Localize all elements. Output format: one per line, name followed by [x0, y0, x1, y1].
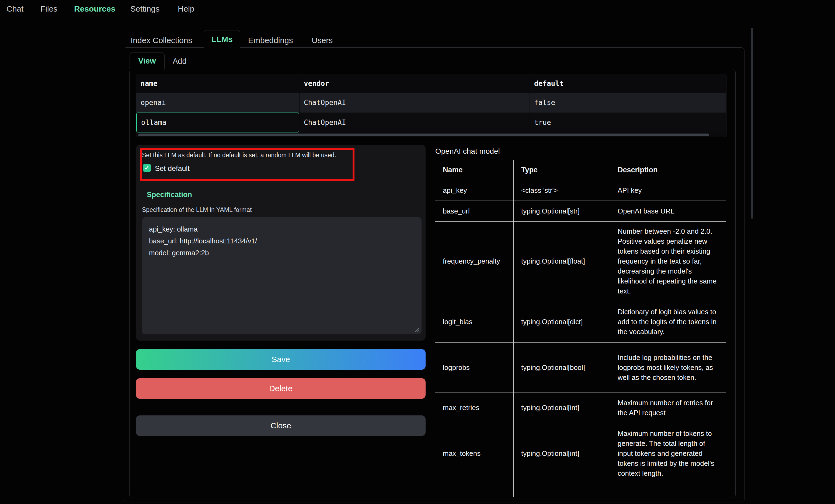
model-row-frequency-penalty: frequency_penalty typing.Optional[float]…	[435, 222, 726, 301]
param-description: OpenAI base URL	[610, 201, 726, 221]
delete-button[interactable]: Delete	[136, 378, 426, 399]
tab-embeddings[interactable]: Embeddings	[248, 36, 293, 45]
tab-index-collections[interactable]: Index Collections	[130, 36, 192, 45]
llm-table-header-row: name vendor default	[136, 74, 726, 92]
model-parameters-table: Name Type Description api_key <class 'st…	[435, 160, 726, 497]
llm-cell-default: false	[530, 92, 726, 112]
param-description: Number between -2.0 and 2.0. Positive va…	[610, 222, 726, 301]
param-type: typing.Optional[int]	[513, 423, 610, 484]
param-description: Maximum number of retries for the API re…	[610, 393, 726, 423]
param-type: <class 'str'>	[513, 180, 610, 201]
tab-llms-active[interactable]: LLMs	[204, 30, 240, 48]
param-name: max_retries	[435, 393, 513, 423]
llm-row-ollama-selected[interactable]: ollama ChatOpenAI true	[136, 112, 726, 132]
set-default-note: Set this LLM as default. If no default i…	[142, 152, 336, 159]
param-name: base_url	[435, 201, 513, 221]
param-name: logit_bias	[435, 301, 513, 342]
param-name: frequency_penalty	[435, 222, 513, 301]
model-col-name: Name	[435, 160, 513, 180]
param-type: typing.Optional[float]	[513, 222, 610, 301]
model-col-type: Type	[513, 160, 610, 180]
llm-col-default: default	[530, 74, 726, 92]
set-default-checkbox[interactable]: ✓	[143, 164, 151, 172]
param-description: API key	[610, 180, 726, 201]
nav-item-resources[interactable]: Resources	[74, 4, 115, 14]
llm-cell-name: openai	[136, 92, 299, 112]
llm-list-table: name vendor default openai ChatOpenAI fa…	[136, 74, 727, 137]
subtab-view-active[interactable]: View	[129, 52, 165, 69]
model-row-cut-off	[435, 484, 726, 497]
nav-item-settings[interactable]: Settings	[130, 4, 160, 14]
app-root: Chat Files Resources Settings Help Index…	[0, 0, 835, 504]
model-panel-title: OpenAI chat model	[435, 147, 500, 155]
model-row-logit-bias: logit_bias typing.Optional[dict] Diction…	[435, 301, 726, 343]
close-button[interactable]: Close	[136, 415, 426, 436]
llm-table-horizontal-scrollbar[interactable]	[138, 133, 709, 136]
llm-cell-name-selected: ollama	[136, 112, 299, 132]
param-name	[435, 484, 513, 497]
model-row-logprobs: logprobs typing.Optional[bool] Include l…	[435, 343, 726, 393]
param-description: Include log probabilities on the logprob…	[610, 343, 726, 393]
param-type: typing.Optional[int]	[513, 393, 610, 423]
model-row-max-retries: max_retries typing.Optional[int] Maximum…	[435, 393, 726, 423]
param-type	[513, 484, 610, 497]
param-name: max_tokens	[435, 423, 513, 484]
model-row-base-url: base_url typing.Optional[str] OpenAI bas…	[435, 201, 726, 222]
page-vertical-scrollbar[interactable]	[751, 28, 753, 218]
subtab-add[interactable]: Add	[172, 57, 187, 66]
param-description: Maximum number of tokens to generate. Th…	[610, 423, 726, 484]
llm-cell-vendor: ChatOpenAI	[299, 112, 530, 132]
nav-item-help[interactable]: Help	[178, 4, 195, 14]
llm-cell-default: true	[530, 112, 726, 132]
llm-col-name: name	[136, 74, 299, 92]
set-default-label[interactable]: Set default	[155, 165, 190, 173]
nav-item-files[interactable]: Files	[40, 4, 57, 14]
param-type: typing.Optional[bool]	[513, 343, 610, 393]
llm-cell-vendor: ChatOpenAI	[299, 92, 530, 112]
param-type: typing.Optional[dict]	[513, 301, 610, 342]
nav-item-chat[interactable]: Chat	[6, 4, 23, 14]
model-row-api-key: api_key <class 'str'> API key	[435, 180, 726, 201]
param-description: Dictionary of logit bias values to add t…	[610, 301, 726, 342]
tab-llms-label: LLMs	[211, 35, 232, 44]
yaml-spec-textarea[interactable]: api_key: ollama base_url: http://localho…	[142, 217, 422, 334]
tab-users[interactable]: Users	[312, 36, 333, 45]
param-type: typing.Optional[str]	[513, 201, 610, 221]
param-name: api_key	[435, 180, 513, 201]
subtab-view-label: View	[138, 57, 156, 65]
param-name: logprobs	[435, 343, 513, 393]
specification-hint: Specification of the LLM in YAML format	[142, 206, 251, 213]
model-col-description: Description	[610, 160, 726, 180]
checkmark-icon: ✓	[144, 164, 149, 171]
llm-col-vendor: vendor	[299, 74, 530, 92]
specification-heading: Specification	[147, 191, 192, 199]
llm-detail-panel: Set this LLM as default. If no default i…	[136, 145, 426, 341]
model-row-max-tokens: max_tokens typing.Optional[int] Maximum …	[435, 423, 726, 484]
llm-row-openai[interactable]: openai ChatOpenAI false	[136, 92, 726, 112]
textarea-resize-grip-icon[interactable]	[413, 326, 420, 334]
param-description	[610, 484, 726, 497]
save-button[interactable]: Save	[136, 349, 426, 370]
model-table-header-row: Name Type Description	[435, 160, 726, 180]
